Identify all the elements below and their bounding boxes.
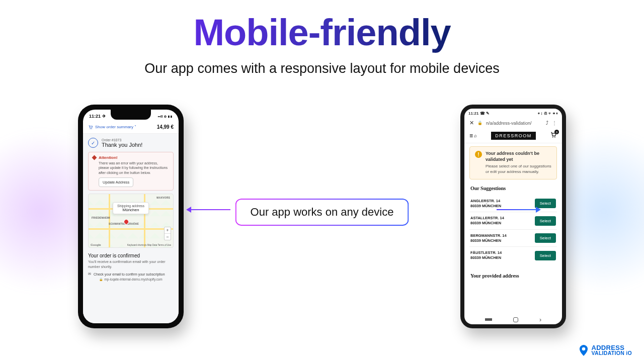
select-button[interactable]: Select: [535, 251, 556, 260]
map-footer-links[interactable]: Keyboard shortcuts Map Data Terms of Use: [127, 244, 171, 246]
order-summary-price: 14,99 €: [157, 124, 174, 130]
exclamation-icon: !: [475, 151, 482, 158]
suggestion-row: ASTALLERSTR. 1480339 MÜNCHENSelect: [469, 212, 557, 230]
product-logo: ADDRESS VALIDATION iO: [579, 345, 632, 356]
cart-button[interactable]: 0: [550, 131, 557, 140]
android-status-time: 11:21 ☎ ✎: [468, 111, 490, 116]
nav-back-icon[interactable]: ‹: [539, 316, 541, 323]
suggestion-row: FÄUSTLESTR. 1480339 MÜNCHENSelect: [469, 247, 557, 264]
url-text: n/a/address-validation/: [486, 121, 542, 126]
android-statusbar: 11:21 ☎ ✎ ◎ ⋮ ⚙ ᯤ ▭ ▮: [464, 109, 562, 118]
suggestion-address: ANGLERSTR. 1480339 MÜNCHEN: [470, 199, 501, 209]
thank-you-text: Thank you John!: [102, 142, 142, 148]
subscription-text: Check your email to confirm your subscri…: [94, 273, 165, 276]
close-icon[interactable]: ✕: [469, 120, 474, 126]
confirm-body: You'll receive a confirmation email with…: [88, 259, 174, 269]
android-navbar: ‹: [464, 313, 562, 323]
site-domain: 🔒 mp-loqate-internal-demo.myshopify.com: [83, 276, 179, 283]
headline-text: Mobile-friendly: [193, 11, 450, 54]
iphone-mockup: 11:21 ✈ ••ll ⌾ ▮▮ Show order summary ˅ 1…: [78, 105, 184, 328]
map-address-bubble: Shipping address München: [113, 202, 149, 214]
suggestion-address: FÄUSTLESTR. 1480339 MÜNCHEN: [470, 250, 502, 260]
pin-icon: [579, 345, 588, 356]
share-icon[interactable]: ⤴: [546, 120, 548, 126]
nav-recent-icon[interactable]: [485, 318, 492, 321]
brand-logo[interactable]: DRESSROOM: [491, 132, 536, 140]
browser-urlbar[interactable]: ✕ 🔒 n/a/address-validation/ ⤴ ⋮: [464, 118, 562, 128]
suggestion-address: ASTALLERSTR. 1480339 MÜNCHEN: [470, 216, 504, 226]
suggestion-list: ANGLERSTR. 1480339 MÜNCHENSelectASTALLER…: [469, 195, 557, 264]
map-area-label: MAXVORS: [156, 196, 170, 199]
svg-point-2: [552, 137, 553, 138]
cart-icon: [88, 125, 93, 130]
android-status-icons: ◎ ⋮ ⚙ ᯤ ▭ ▮: [538, 112, 558, 115]
confirm-title: Your order is confirmed: [88, 253, 174, 258]
svg-point-1: [91, 128, 92, 129]
map-zoom-in[interactable]: +: [165, 227, 171, 234]
map-zoom-controls[interactable]: + −: [164, 227, 171, 240]
more-icon[interactable]: ⋮: [552, 120, 557, 126]
select-button[interactable]: Select: [535, 233, 556, 243]
warning-title: Your address couldn't be validated yet: [486, 151, 551, 162]
page-headline: Mobile-friendly: [0, 11, 644, 54]
provided-address-section: Your provided address: [464, 267, 562, 279]
callout-text: Our app works on any device: [235, 199, 409, 226]
validation-warning: ! Your address couldn't be validated yet…: [469, 146, 557, 179]
mail-icon: ✉: [88, 272, 91, 276]
order-confirmed-block: Your order is confirmed You'll receive a…: [83, 251, 179, 269]
brand-line2: VALIDATION iO: [591, 351, 632, 356]
select-button[interactable]: Select: [535, 216, 556, 226]
arrow-right-icon: [497, 209, 536, 210]
check-circle-icon: ✓: [88, 138, 98, 148]
menu-search-toggle[interactable]: ≡⌕: [469, 132, 477, 139]
svg-point-0: [90, 128, 91, 129]
map-bubble-value: München: [117, 208, 144, 212]
page-subheadline: Our app comes with a responsive layout f…: [0, 61, 644, 76]
callout: Our app works on any device: [235, 199, 409, 226]
order-summary-label: Show order summary ˅: [95, 125, 136, 129]
warning-body: Please select one of our suggestions or …: [486, 164, 551, 175]
order-number: Order #1073: [102, 138, 142, 142]
iphone-status-time: 11:21 ✈: [89, 114, 106, 119]
subscription-note: ✉ Check your email to confirm your subsc…: [88, 272, 174, 276]
iphone-notch: [111, 110, 151, 120]
warning-icon: [92, 155, 97, 160]
alert-body: There was an error with your address, pl…: [99, 161, 169, 175]
site-header: ≡⌕ DRESSROOM 0: [464, 128, 562, 143]
map-zoom-out[interactable]: −: [165, 234, 171, 240]
provided-address-title: Your provided address: [470, 273, 556, 279]
lock-icon: 🔒: [99, 278, 103, 281]
map-widget[interactable]: MAXVORS FRIEDENHEIM SCHWANTHALERHÖHE Shi…: [88, 194, 174, 248]
svg-point-4: [582, 347, 586, 351]
address-error-alert: Attention! There was an error with your …: [88, 152, 174, 191]
update-address-button[interactable]: Update Address: [99, 177, 133, 187]
cart-badge: 0: [554, 130, 559, 134]
map-bubble-label: Shipping address: [117, 204, 144, 208]
android-mockup: 11:21 ☎ ✎ ◎ ⋮ ⚙ ᯤ ▭ ▮ ✕ 🔒 n/a/address-va…: [460, 105, 566, 328]
nav-home-icon[interactable]: [513, 317, 518, 322]
alert-title: Attention!: [99, 155, 118, 160]
svg-point-3: [554, 137, 555, 138]
lock-icon: 🔒: [477, 121, 482, 125]
map-area-label: FRIEDENHEIM: [92, 216, 110, 219]
suggestion-address: BERGMANNSTR. 1480339 MÜNCHEN: [470, 233, 507, 243]
suggestion-row: BERGMANNSTR. 1480339 MÜNCHENSelect: [469, 230, 557, 247]
suggestions-heading: Our Suggestions: [470, 186, 556, 191]
map-attribution: Google: [91, 243, 101, 246]
arrow-left-icon: [191, 209, 230, 210]
iphone-status-icons: ••ll ⌾ ▮▮: [158, 114, 173, 119]
order-summary-toggle[interactable]: Show order summary ˅ 14,99 €: [83, 121, 179, 134]
thank-you-block: ✓ Order #1073 Thank you John!: [83, 134, 179, 152]
